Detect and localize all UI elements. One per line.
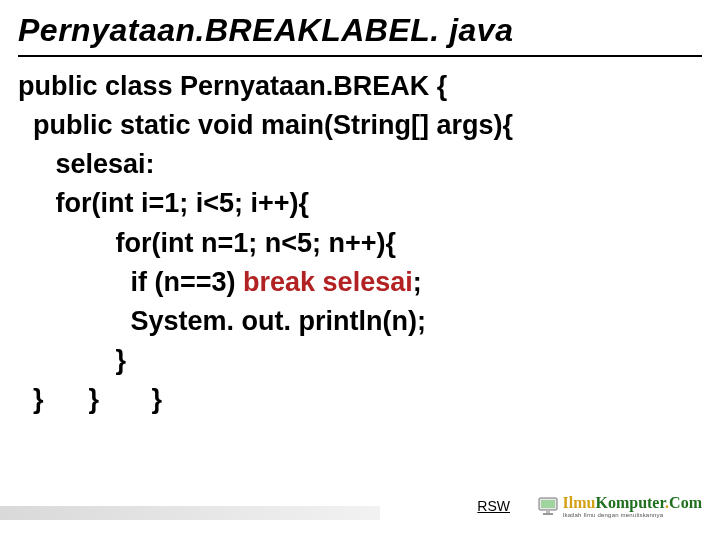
logo-word-com: Com [669,494,702,511]
footer: RSW IlmuKomputer.Com Ikatlah Ilmu dengan… [0,490,720,520]
code-line-2: public static void main(String[] args){ [18,110,513,140]
code-line-3: selesai: [18,149,155,179]
code-line-7: System. out. println(n); [18,306,426,336]
logo-word-komputer: Komputer [595,494,665,511]
footer-rsw: RSW [477,498,510,514]
monitor-icon [537,496,559,518]
slide-title: Pernyataan.BREAKLABEL. java [18,12,702,55]
title-rule [18,55,702,57]
footer-bar [0,506,380,520]
code-line-4: for(int i=1; i<5; i++){ [18,188,309,218]
footer-logo-sub: Ikatlah Ilmu dengan menuliskannya [563,512,702,518]
code-block: public class Pernyataan.BREAK { public s… [18,67,702,419]
slide: Pernyataan.BREAKLABEL. java public class… [0,0,720,540]
code-line-6-post: ; [413,267,422,297]
svg-rect-3 [543,513,553,515]
footer-logo-text: IlmuKomputer.Com Ikatlah Ilmu dengan men… [563,495,702,518]
code-line-6-highlight: break selesai [243,267,413,297]
code-line-5: for(int n=1; n<5; n++){ [18,228,396,258]
code-line-9: } } } [18,384,162,414]
svg-rect-1 [541,500,555,508]
code-line-6-pre: if (n==3) [18,267,243,297]
footer-logo-main: IlmuKomputer.Com [563,495,702,511]
svg-rect-2 [546,510,550,513]
code-line-1: public class Pernyataan.BREAK { [18,71,447,101]
code-line-8: } [18,345,126,375]
footer-logo: IlmuKomputer.Com Ikatlah Ilmu dengan men… [537,495,702,518]
logo-word-ilmu: Ilmu [563,494,596,511]
